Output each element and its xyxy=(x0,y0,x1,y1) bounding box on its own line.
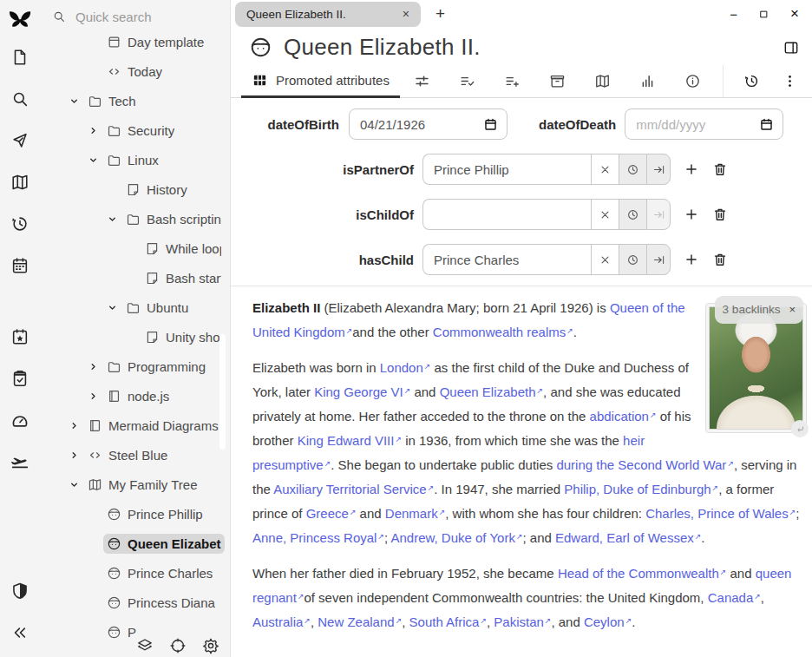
note-link[interactable]: Queen Elizabeth↗ xyxy=(440,384,543,399)
note-link[interactable]: Auxiliary Territorial Service↗ xyxy=(273,482,434,496)
note-link[interactable]: Commonwealth realms↗ xyxy=(433,325,573,339)
delete-attribute-button[interactable] xyxy=(712,207,728,222)
calendar-events-button[interactable] xyxy=(0,316,39,358)
dateOfDeath-field[interactable] xyxy=(625,108,783,140)
tree-item-history[interactable]: History xyxy=(39,174,230,204)
note-link[interactable]: Denmark↗ xyxy=(385,506,445,521)
tab-close-icon[interactable]: × xyxy=(403,7,409,21)
clear-relation-button[interactable] xyxy=(591,244,619,275)
add-attribute-button[interactable] xyxy=(684,252,699,267)
jump-to-note-button[interactable] xyxy=(0,120,39,161)
recent-notes-button[interactable] xyxy=(619,244,646,275)
tree-item-princess-diana[interactable]: Princess Diana xyxy=(39,588,230,617)
ribbon-inherited-attributes-button[interactable] xyxy=(490,65,535,97)
tree-item-node-js[interactable]: node.js xyxy=(39,381,230,411)
insert-paragraph-button[interactable] xyxy=(791,420,809,437)
note-link[interactable]: Greece↗ xyxy=(306,506,357,521)
global-menu-button[interactable] xyxy=(169,637,187,654)
calendar-icon[interactable] xyxy=(483,117,498,132)
tree-item-bash-scripting[interactable]: Bash scripting xyxy=(39,204,230,233)
jump-to-relation-button[interactable] xyxy=(646,154,671,185)
isChildOf-input[interactable] xyxy=(422,199,591,230)
tree-item-security[interactable]: Security xyxy=(39,115,230,145)
window-close-button[interactable]: × xyxy=(790,5,799,23)
task-list-button[interactable] xyxy=(0,358,39,399)
chevron-right-icon[interactable] xyxy=(69,420,84,431)
tree-item-unity-short[interactable]: Unity short xyxy=(39,322,230,351)
note-link[interactable]: Edward, Earl of Wessex↗ xyxy=(555,530,701,545)
note-link[interactable]: Australia↗ xyxy=(252,614,311,629)
tree-item-mermaid-diagrams[interactable]: Mermaid Diagrams xyxy=(39,411,230,440)
dateOfBirth-field[interactable] xyxy=(349,108,508,140)
window-maximize-button[interactable] xyxy=(758,9,769,20)
chevron-down-icon[interactable] xyxy=(69,479,84,490)
tree-item-my-family-tree[interactable]: My Family Tree xyxy=(39,470,230,499)
note-link[interactable]: Head of the Commonwealth↗ xyxy=(558,566,726,581)
ribbon-tab-promoted-attributes[interactable]: Promoted attributes xyxy=(241,65,400,98)
add-attribute-button[interactable] xyxy=(684,161,699,177)
quick-search[interactable]: Quick search xyxy=(39,0,230,33)
chevron-right-icon[interactable] xyxy=(69,450,84,461)
clear-relation-button[interactable] xyxy=(591,154,619,185)
tree-item-programming[interactable]: Programming xyxy=(39,351,230,381)
note-link[interactable]: King George VI↗ xyxy=(314,384,410,399)
clear-relation-button[interactable] xyxy=(591,199,619,230)
chevron-right-icon[interactable] xyxy=(88,361,103,372)
tree-item-prince-charles[interactable]: Prince Charles xyxy=(39,558,230,588)
note-link[interactable]: Ceylon↗ xyxy=(584,614,632,629)
tree-item-bash-startu[interactable]: Bash startu xyxy=(39,263,230,292)
search-notes-button[interactable] xyxy=(0,78,39,120)
chevron-down-icon[interactable] xyxy=(107,302,122,313)
note-link[interactable]: Anne, Princess Royal↗ xyxy=(252,530,384,545)
recent-changes-button[interactable] xyxy=(0,203,39,245)
app-logo-button[interactable] xyxy=(0,0,39,36)
note-link[interactable]: New Zealand↗ xyxy=(318,614,402,629)
right-pane-toggle-button[interactable] xyxy=(779,36,803,60)
ribbon-revisions-button[interactable] xyxy=(736,73,767,89)
isPartnerOf-input[interactable] xyxy=(422,154,591,185)
tree-item-prince-phillip[interactable]: Prince Phillip xyxy=(39,499,230,529)
tree-item-tech[interactable]: Tech xyxy=(39,86,230,115)
jump-to-relation-button[interactable] xyxy=(646,199,671,230)
note-link[interactable]: Philip, Duke of Edinburgh↗ xyxy=(564,482,718,496)
new-tab-button[interactable]: + xyxy=(432,4,449,23)
calendar-button[interactable] xyxy=(0,245,39,286)
note-link[interactable]: London↗ xyxy=(380,360,431,375)
chevron-down-icon[interactable] xyxy=(107,214,122,225)
jump-to-relation-button[interactable] xyxy=(646,244,671,275)
note-link[interactable]: Charles, Prince of Wales↗ xyxy=(645,506,796,521)
chevron-right-icon[interactable] xyxy=(88,391,103,402)
settings-button[interactable] xyxy=(202,637,219,654)
delete-attribute-button[interactable] xyxy=(712,161,728,177)
dashboard-button[interactable] xyxy=(0,399,39,441)
tree-item-linux[interactable]: Linux xyxy=(39,145,230,174)
tree-item-queen-elizabeth[interactable]: Queen Elizabeth xyxy=(39,529,230,558)
add-attribute-button[interactable] xyxy=(684,207,699,222)
travel-notes-button[interactable] xyxy=(0,441,39,483)
new-note-button[interactable] xyxy=(0,36,39,78)
note-map-button[interactable] xyxy=(0,161,39,203)
chevron-down-icon[interactable] xyxy=(69,95,84,107)
note-title[interactable]: Queen Elizabeth II. xyxy=(284,34,481,61)
window-minimize-button[interactable]: − xyxy=(730,7,737,22)
protected-session-button[interactable] xyxy=(0,570,39,612)
tab-queen-elizabeth[interactable]: Queen Elizabeth II. × xyxy=(235,2,421,27)
queen-photo[interactable] xyxy=(709,306,803,430)
note-link[interactable]: South Africa↗ xyxy=(409,614,487,629)
chevron-right-icon[interactable] xyxy=(88,125,103,136)
note-link[interactable]: abdication↗ xyxy=(590,409,657,424)
note-link[interactable]: during the Second World War↗ xyxy=(556,457,733,472)
ribbon-note-info-button[interactable] xyxy=(671,65,716,97)
ribbon-similar-notes-button[interactable] xyxy=(625,65,671,97)
note-link[interactable]: King Edward VIII↗ xyxy=(298,433,402,448)
tree-item-day-template[interactable]: Day template xyxy=(39,33,230,56)
note-link[interactable]: Pakistan↗ xyxy=(494,614,551,629)
dateOfDeath-input[interactable] xyxy=(634,116,759,133)
tree-item-ubuntu[interactable]: Ubuntu xyxy=(39,292,230,322)
backlinks-close-icon[interactable]: × xyxy=(789,299,796,321)
ribbon-more-menu-button[interactable] xyxy=(774,73,805,89)
note-link[interactable]: Canada↗ xyxy=(708,590,761,605)
ribbon-basic-properties-button[interactable] xyxy=(400,65,445,97)
collapse-sidebar-button[interactable] xyxy=(0,612,39,654)
dateOfBirth-input[interactable] xyxy=(358,116,483,133)
